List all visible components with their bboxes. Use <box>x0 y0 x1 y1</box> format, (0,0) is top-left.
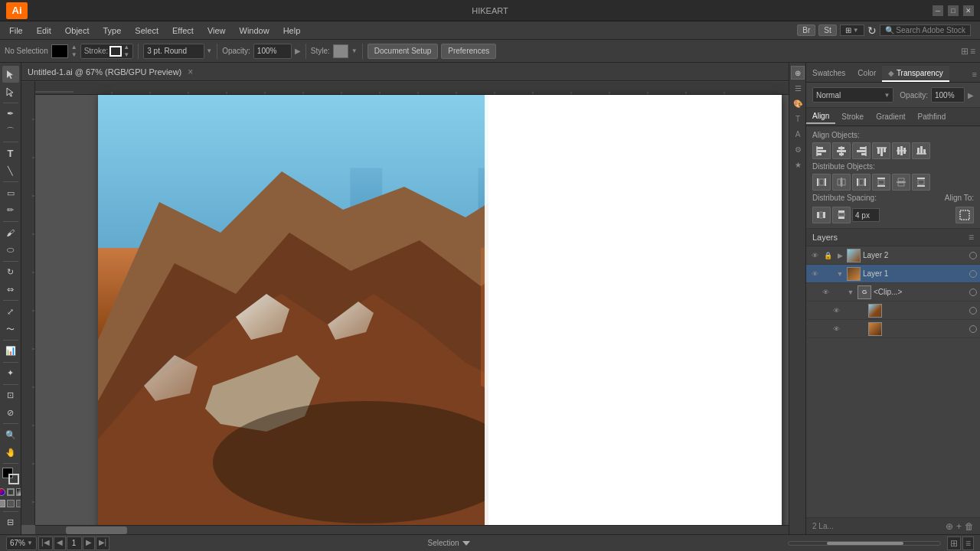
scrollbar-thumb-h[interactable] <box>66 527 127 534</box>
panel-menu-btn[interactable]: ≡ <box>969 67 980 82</box>
align-right-btn[interactable] <box>852 142 871 159</box>
art-view-btn[interactable]: ⊞ <box>947 536 961 550</box>
line-tool[interactable]: ╲ <box>2 162 19 179</box>
zoom-select[interactable]: 67% ▼ <box>6 536 37 550</box>
stroke-weight-select[interactable]: 3 pt. Round <box>143 44 204 59</box>
preferences-btn[interactable]: Preferences <box>441 44 496 59</box>
menu-type[interactable]: Type <box>97 24 128 37</box>
align-bottom-btn[interactable] <box>912 142 930 159</box>
layer-1-circle[interactable] <box>969 270 977 278</box>
color-mode-btn[interactable] <box>0 488 5 496</box>
search-box[interactable]: 🔍 Search Adobe Stock <box>880 24 971 36</box>
align-left-btn[interactable] <box>812 142 831 159</box>
make-clip-btn[interactable]: ⊕ <box>946 521 953 532</box>
img2-lock-icon[interactable] <box>844 324 854 334</box>
delete-layer-btn[interactable]: 🗑 <box>965 521 974 532</box>
reflect-tool[interactable]: ⇔ <box>2 281 19 298</box>
dist-center-h-btn[interactable] <box>832 174 851 191</box>
close-btn[interactable]: ✕ <box>963 5 974 16</box>
tab-swatches[interactable]: Swatches <box>806 66 851 82</box>
tab-color[interactable]: Color <box>851 66 882 82</box>
dist-spacing-h-btn[interactable] <box>812 207 831 223</box>
dist-right-btn[interactable] <box>852 174 871 191</box>
scale-tool[interactable]: ⤢ <box>2 303 19 320</box>
layers-menu-btn[interactable]: ≡ <box>969 232 974 243</box>
menu-edit[interactable]: Edit <box>31 24 57 37</box>
fill-color-swatch[interactable] <box>51 44 68 58</box>
menu-select[interactable]: Select <box>129 24 165 37</box>
dist-top-btn[interactable] <box>872 174 890 191</box>
sub-tab-align[interactable]: Align <box>806 109 835 124</box>
tab-transparency[interactable]: ◆ Transparency <box>882 66 949 82</box>
sub-tab-stroke[interactable]: Stroke <box>835 110 870 123</box>
img1-expand-icon[interactable] <box>857 306 866 315</box>
opacity-input[interactable]: 100% <box>253 44 292 59</box>
arrange-view-btn[interactable]: ⊞ <box>961 46 969 57</box>
add-layer-btn[interactable]: + <box>956 521 962 532</box>
layer-2-circle[interactable] <box>969 252 977 259</box>
arrangement-btn[interactable]: ⊞▼ <box>840 24 864 36</box>
sync-btn[interactable]: ↻ <box>867 24 877 37</box>
style-arrow[interactable]: ▼ <box>351 47 358 54</box>
menu-effect[interactable]: Effect <box>166 24 200 37</box>
spacing-value-input[interactable]: 4 px <box>852 208 880 222</box>
paintbrush-tool[interactable]: 🖌 <box>2 224 19 241</box>
rotate-tool[interactable]: ↻ <box>2 264 19 281</box>
stroke-color-arrows[interactable]: ▲ ▼ <box>123 44 129 58</box>
align-center-h-btn[interactable] <box>832 142 851 159</box>
stroke-arrows[interactable]: ▲ ▼ <box>71 44 77 58</box>
img2-circle[interactable] <box>969 325 977 333</box>
clip-lock-icon[interactable] <box>833 287 844 298</box>
img1-eye-icon[interactable]: 👁 <box>831 305 841 316</box>
page-first-btn[interactable]: |◀ <box>38 536 53 550</box>
opacity-panel-arrow[interactable]: ▶ <box>968 91 974 99</box>
menu-help[interactable]: Help <box>277 24 307 37</box>
change-screen-btn[interactable]: ⊟ <box>2 514 19 531</box>
artboard-tool[interactable]: ⊡ <box>2 387 19 404</box>
menu-view[interactable]: View <box>201 24 232 37</box>
dist-spacing-v-btn[interactable] <box>832 207 851 223</box>
align-to-selection-btn[interactable] <box>956 207 974 223</box>
layer-2-expand-icon[interactable]: ▶ <box>835 251 844 260</box>
draw-behind-btn[interactable] <box>16 500 22 507</box>
menu-window[interactable]: Window <box>234 24 276 37</box>
page-prev-btn[interactable]: ◀ <box>54 536 66 550</box>
layer-2-eye-icon[interactable]: 👁 <box>809 250 820 261</box>
img1-circle[interactable] <box>969 307 977 315</box>
dist-center-v-btn[interactable] <box>892 174 910 191</box>
menu-object[interactable]: Object <box>59 24 96 37</box>
stock-btn[interactable]: St <box>818 24 836 36</box>
menu-file[interactable]: File <box>3 24 29 37</box>
dist-left-btn[interactable] <box>812 174 831 191</box>
tab-close-btn[interactable]: × <box>188 67 193 77</box>
opacity-arrow[interactable]: ▶ <box>295 47 301 55</box>
blend-mode-select[interactable]: Normal ▼ <box>812 87 893 103</box>
horizontal-scrollbar[interactable] <box>35 525 796 534</box>
draw-inside-btn[interactable] <box>7 500 15 507</box>
align-center-v-btn[interactable] <box>892 142 910 159</box>
page-last-btn[interactable]: ▶| <box>96 536 110 550</box>
img1-lock-icon[interactable] <box>844 305 854 316</box>
list-view-btn[interactable]: ≡ <box>962 536 974 550</box>
slice-tool[interactable]: ⊘ <box>2 405 19 422</box>
rectangle-tool[interactable]: ▭ <box>2 184 19 201</box>
sub-tab-pathfind[interactable]: Pathfind <box>912 110 952 123</box>
layer-1-eye-icon[interactable]: 👁 <box>809 269 820 279</box>
layer-2-lock-icon[interactable]: 🔒 <box>822 250 833 261</box>
bridge-btn[interactable]: Br <box>797 24 815 36</box>
layer-1-expand-icon[interactable]: ▼ <box>835 269 844 279</box>
gradient-mode-btn[interactable] <box>16 488 22 496</box>
blob-brush-tool[interactable]: ⬭ <box>2 242 19 259</box>
document-setup-btn[interactable]: Document Setup <box>368 44 439 59</box>
hand-tool[interactable]: 🤚 <box>2 444 19 461</box>
layer-row-clip[interactable]: 👁 ▼ G <Clip...> <box>806 283 980 302</box>
layer-row-img2[interactable]: 👁 <box>806 320 980 338</box>
direct-selection-tool[interactable] <box>2 83 19 100</box>
layer-row-img1[interactable]: 👁 <box>806 302 980 320</box>
dist-bottom-btn[interactable] <box>912 174 930 191</box>
pencil-tool[interactable]: ✏ <box>2 202 19 219</box>
graph-tool[interactable]: 📊 <box>2 343 19 360</box>
clip-expand-icon[interactable]: ▼ <box>846 288 855 297</box>
stroke-swatch[interactable] <box>109 46 122 57</box>
column-view-btn[interactable]: ≡ <box>970 46 975 57</box>
